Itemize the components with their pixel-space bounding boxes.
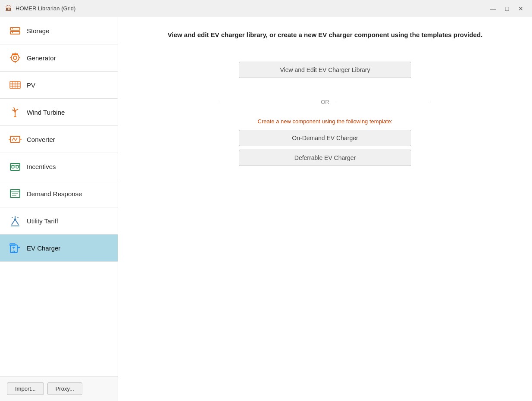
main-content: View and edit EV charger library, or cre… bbox=[118, 17, 532, 401]
svg-rect-1 bbox=[10, 31, 20, 34]
sidebar-ev-charger-label: EV Charger bbox=[27, 244, 60, 252]
svg-rect-24 bbox=[10, 136, 20, 142]
proxy-button[interactable]: Proxy... bbox=[47, 382, 82, 395]
sidebar-pv-label: PV bbox=[27, 81, 35, 89]
title-bar-left: 🏛 HOMER Librarian (Grid) bbox=[5, 5, 75, 13]
import-button[interactable]: Import... bbox=[7, 382, 44, 395]
sidebar-incentives-label: Incentives bbox=[27, 163, 56, 170]
app-icon: 🏛 bbox=[5, 5, 12, 13]
title-bar-controls: — □ ✕ bbox=[487, 4, 527, 13]
wind-turbine-icon bbox=[9, 106, 22, 119]
converter-icon bbox=[9, 133, 22, 146]
or-text: OR bbox=[314, 99, 336, 105]
demand-response-icon bbox=[9, 187, 22, 200]
or-divider: OR bbox=[219, 99, 431, 105]
template-label: Create a new component using the followi… bbox=[258, 118, 393, 125]
sidebar-spacer bbox=[0, 262, 118, 376]
app-title: HOMER Librarian (Grid) bbox=[16, 5, 75, 12]
storage-icon bbox=[9, 24, 22, 37]
svg-point-5 bbox=[13, 56, 17, 60]
view-edit-ev-charger-button[interactable]: View and Edit EV Charger Library bbox=[239, 62, 411, 78]
sidebar-item-ev-charger[interactable]: EV Charger bbox=[0, 235, 118, 262]
sidebar-utility-tariff-label: Utility Tariff bbox=[27, 217, 58, 225]
sidebar-item-utility-tariff[interactable]: Utility Tariff bbox=[0, 207, 118, 235]
sidebar-item-storage[interactable]: Storage bbox=[0, 17, 118, 44]
sidebar-item-wind-turbine[interactable]: Wind Turbine bbox=[0, 99, 118, 126]
svg-rect-0 bbox=[10, 28, 20, 30]
sidebar-item-converter[interactable]: Converter bbox=[0, 126, 118, 153]
sidebar-demand-response-label: Demand Response bbox=[27, 190, 82, 197]
sidebar-footer: Import... Proxy... bbox=[0, 376, 118, 401]
svg-rect-10 bbox=[12, 53, 18, 55]
on-demand-ev-charger-button[interactable]: On-Demand EV Charger bbox=[239, 130, 411, 146]
sidebar-converter-label: Converter bbox=[27, 136, 55, 143]
deferrable-ev-charger-button[interactable]: Deferrable EV Charger bbox=[239, 150, 411, 166]
app-body: Storage Generator bbox=[0, 17, 532, 401]
svg-point-40 bbox=[14, 219, 16, 221]
close-button[interactable]: ✕ bbox=[515, 4, 527, 13]
sidebar-item-generator[interactable]: Generator bbox=[0, 44, 118, 72]
sidebar-storage-label: Storage bbox=[27, 27, 50, 34]
sidebar-generator-label: Generator bbox=[27, 54, 56, 62]
maximize-button[interactable]: □ bbox=[501, 4, 513, 13]
template-label-text: Create a new component using the followi… bbox=[258, 118, 393, 125]
svg-point-28 bbox=[12, 166, 14, 168]
or-line-right bbox=[336, 102, 431, 102]
main-header: View and edit EV charger library, or cre… bbox=[168, 30, 483, 40]
title-bar: 🏛 HOMER Librarian (Grid) — □ ✕ bbox=[0, 0, 532, 17]
minimize-button[interactable]: — bbox=[487, 4, 499, 13]
or-line-left bbox=[219, 102, 314, 102]
incentives-icon bbox=[9, 160, 22, 173]
sidebar: Storage Generator bbox=[0, 17, 118, 401]
ev-charger-icon bbox=[9, 241, 22, 254]
svg-point-45 bbox=[13, 251, 15, 253]
pv-icon bbox=[9, 78, 22, 91]
sidebar-item-incentives[interactable]: Incentives bbox=[0, 153, 118, 180]
svg-point-29 bbox=[16, 166, 19, 168]
generator-icon bbox=[9, 51, 22, 64]
sidebar-item-pv[interactable]: PV bbox=[0, 72, 118, 99]
sidebar-item-demand-response[interactable]: Demand Response bbox=[0, 180, 118, 207]
sidebar-wind-turbine-label: Wind Turbine bbox=[27, 109, 65, 116]
utility-tariff-icon bbox=[9, 214, 22, 227]
svg-line-21 bbox=[15, 109, 18, 111]
